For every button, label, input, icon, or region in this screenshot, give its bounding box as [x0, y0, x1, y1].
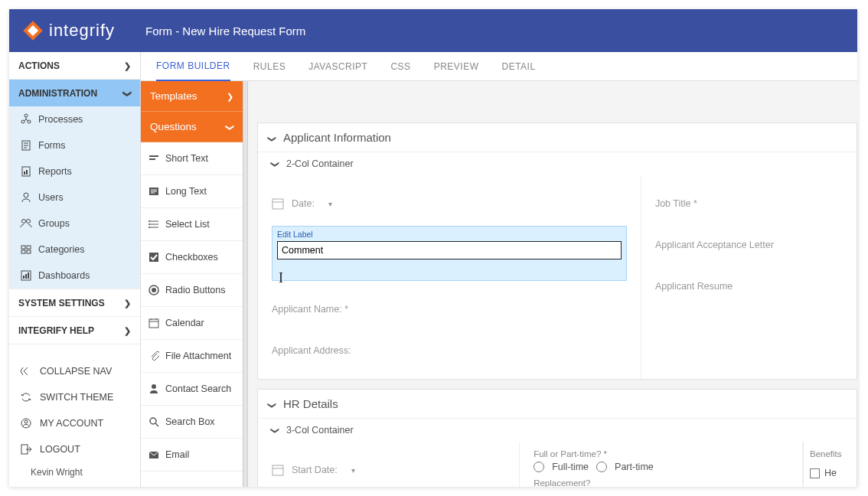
tab-preview[interactable]: PREVIEW: [434, 53, 479, 80]
short-text-icon: [148, 153, 159, 164]
nav-system-header[interactable]: SYSTEM SETTINGS: [9, 289, 140, 316]
nav-actions-label: ACTIONS: [18, 60, 60, 71]
nav-system-label: SYSTEM SETTINGS: [18, 298, 105, 308]
section-hr-details: HR Details 3-Col Container Start Date:: [257, 389, 857, 487]
tab-css[interactable]: CSS: [390, 53, 410, 80]
nav-item-groups[interactable]: Groups: [9, 210, 140, 237]
contact-icon: [148, 383, 159, 394]
palette-item-search[interactable]: Search Box: [141, 406, 243, 439]
palette-questions-header[interactable]: Questions: [141, 112, 243, 142]
nav-actions-header[interactable]: ACTIONS: [9, 52, 140, 79]
field-label: Job Title *: [655, 198, 697, 209]
benefit-option[interactable]: He: [810, 468, 857, 478]
nav-link-label: SWITCH THEME: [40, 392, 113, 403]
palette-item-radio[interactable]: Radio Buttons: [141, 274, 243, 307]
svg-point-2: [24, 114, 28, 117]
forms-icon: [20, 139, 32, 152]
palette-templates-header[interactable]: Templates: [141, 81, 243, 112]
radio-parttime[interactable]: [596, 462, 607, 472]
palette-item-calendar[interactable]: Calendar: [141, 307, 243, 340]
nav-item-users[interactable]: Users: [9, 184, 140, 210]
chevron-down-icon: [269, 131, 276, 144]
radio-icon: [148, 285, 159, 295]
question-full-part: Full or Part-time? *: [534, 449, 788, 458]
current-user-name: Kevin Wright: [9, 462, 140, 487]
palette-item-select-list[interactable]: Select List: [141, 208, 243, 241]
chevron-down-icon: [124, 87, 131, 99]
section-header[interactable]: HR Details: [258, 390, 857, 419]
logout-link[interactable]: LOGOUT: [9, 436, 140, 462]
palette-item-short-text[interactable]: Short Text: [141, 142, 243, 175]
nav-admin-header[interactable]: ADMINISTRATION: [9, 80, 140, 106]
palette-item-long-text[interactable]: Long Text: [141, 175, 243, 208]
field-label: Start Date:: [292, 465, 338, 475]
palette-item-contact[interactable]: Contact Search: [141, 373, 243, 406]
edit-label-caption: Edit Label: [277, 230, 622, 239]
palette-item-label: Search Box: [165, 416, 215, 427]
nav-item-label: Users: [38, 192, 64, 203]
select-list-icon: [148, 219, 159, 230]
field-applicant-address[interactable]: Applicant Address:: [272, 330, 627, 371]
tab-javascript[interactable]: JAVASCRIPT: [308, 53, 367, 80]
nav-help-header[interactable]: INTEGRIFY HELP: [9, 317, 140, 344]
svg-rect-51: [272, 465, 283, 475]
tab-detail[interactable]: DETAIL: [501, 53, 535, 80]
section-header[interactable]: Applicant Information: [258, 123, 857, 152]
svg-point-24: [24, 420, 28, 423]
palette-header-label: Questions: [150, 121, 197, 132]
groups-icon: [20, 217, 32, 230]
field-acceptance-letter[interactable]: Applicant Acceptance Letter: [655, 224, 850, 266]
switch-theme-link[interactable]: SWITCH THEME: [9, 384, 140, 410]
collapse-nav-link[interactable]: COLLAPSE NAV: [9, 358, 140, 384]
palette-item-file[interactable]: File Attachment: [141, 340, 243, 373]
my-account-link[interactable]: MY ACCOUNT: [9, 410, 140, 436]
nav-item-forms[interactable]: Forms: [9, 132, 140, 158]
nav-item-dashboards[interactable]: Dashboards: [9, 263, 140, 289]
brand-text: integrify: [49, 21, 115, 41]
chevron-right-icon: [124, 325, 131, 336]
palette-item-label: Contact Search: [165, 383, 231, 394]
nav-link-label: MY ACCOUNT: [40, 418, 103, 429]
svg-rect-22: [28, 272, 29, 279]
nav-link-label: LOGOUT: [40, 444, 80, 455]
checkbox-icon[interactable]: [810, 468, 820, 478]
chevron-right-icon: [124, 297, 131, 308]
question-replacement: Replacement?: [534, 478, 788, 487]
nav-item-categories[interactable]: Categories: [9, 237, 140, 263]
field-date[interactable]: Date:: [272, 183, 627, 224]
palette-item-email[interactable]: Email: [141, 439, 243, 472]
svg-rect-15: [21, 246, 25, 249]
nav-item-reports[interactable]: Reports: [9, 158, 140, 184]
palette-item-checkboxes[interactable]: Checkboxes: [141, 241, 243, 274]
nav-item-processes[interactable]: Processes: [9, 106, 140, 132]
text-cursor-icon: I: [279, 270, 283, 286]
radio-fulltime[interactable]: [534, 462, 544, 472]
radio-label: Full-time: [552, 462, 589, 472]
edit-label-input[interactable]: [277, 241, 622, 259]
field-start-date[interactable]: Start Date:: [272, 449, 505, 487]
collapse-icon: [20, 365, 32, 377]
dashboards-icon: [20, 269, 32, 282]
nav-item-label: Processes: [38, 114, 83, 125]
tab-rules[interactable]: RULES: [253, 53, 286, 80]
split-handle[interactable]: [243, 81, 248, 487]
tab-form-builder[interactable]: FORM BUILDER: [156, 52, 230, 81]
container-header[interactable]: 3-Col Container: [258, 419, 857, 442]
container-header[interactable]: 2-Col Container: [258, 152, 857, 175]
svg-point-40: [152, 288, 156, 292]
chevron-down-icon: [272, 158, 279, 169]
svg-rect-20: [23, 276, 24, 279]
palette-item-label: Calendar: [165, 318, 204, 328]
svg-rect-21: [25, 274, 27, 279]
field-job-title[interactable]: Job Title *: [655, 183, 850, 224]
nav-item-label: Categories: [38, 244, 84, 255]
long-text-icon: [148, 186, 159, 197]
palette-item-label: Radio Buttons: [165, 285, 226, 295]
svg-rect-17: [21, 250, 25, 253]
field-applicant-name[interactable]: Applicant Name: *: [272, 289, 627, 330]
edit-label-field: Edit Label I: [272, 226, 627, 281]
field-resume[interactable]: Applicant Resume: [655, 266, 850, 307]
form-canvas: Applicant Information 2-Col Container Da…: [243, 81, 857, 487]
field-label: Applicant Resume: [655, 281, 733, 292]
paperclip-icon: [148, 351, 159, 361]
